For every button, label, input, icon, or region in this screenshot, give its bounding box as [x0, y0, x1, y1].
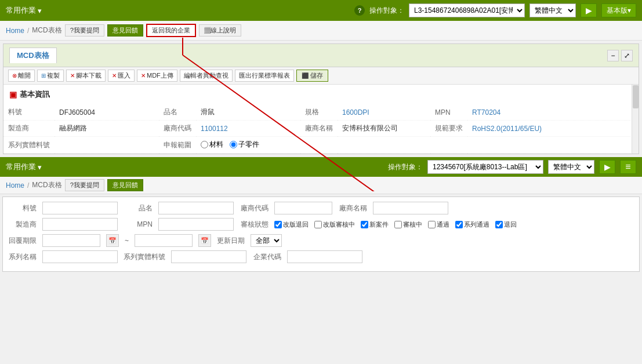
cb-auditing[interactable]: [394, 221, 402, 228]
enterprise-code-input[interactable]: [287, 250, 362, 263]
scrollbar-thumb[interactable]: [633, 85, 639, 108]
search-row-1: 料號 品名 廠商代碼 廠商名稱: [8, 202, 634, 214]
second-home-link[interactable]: Home: [6, 181, 24, 190]
import-icon: ✕: [112, 72, 117, 79]
second-operation-select[interactable]: 12345670[系統廠8013--Lab區]: [427, 160, 543, 174]
save-icon: ⬛: [302, 72, 309, 79]
cb-new-case[interactable]: [361, 221, 368, 228]
second-feedback-button[interactable]: 意見回饋: [107, 179, 143, 191]
cb-auditing-label: 審核中: [394, 220, 422, 229]
search-mpn-input[interactable]: [158, 218, 234, 231]
manufacturer-value: 融易網路: [55, 121, 159, 137]
cb-series-passed-label: 系列通過: [455, 220, 489, 229]
form-table: 料號 DFJ605004 品名 滑鼠 規格 1600DPI MPN RT7020…: [3, 104, 630, 154]
search-part-no-label: 料號: [8, 203, 37, 213]
cb-passed-label: 通過: [428, 220, 449, 229]
search-manufacturer-input[interactable]: [42, 218, 118, 231]
import-button[interactable]: ✕ 匯入: [108, 70, 135, 82]
second-menu-button[interactable]: ≡: [620, 160, 636, 174]
report-range-label: 申報範圍: [159, 137, 196, 154]
second-language-select[interactable]: 繁體中文: [548, 160, 594, 174]
cal-to-button[interactable]: 📅: [198, 234, 211, 247]
series-name-label: 系列名稱: [8, 252, 37, 262]
home-link[interactable]: Home: [6, 27, 24, 35]
search-product-name-label: 品名: [124, 203, 153, 213]
scrollbar-track[interactable]: [632, 85, 639, 154]
panel-toolbar: ⊗ 離開 ⊞ 複製 ✕ 腳本下載 ✕ 匯入 ✕ MDF上傳 編輯者異動查視: [3, 67, 639, 85]
second-nav-right: 操作對象： 12345670[系統廠8013--Lab區] 繁體中文 ▶ ≡: [388, 160, 636, 174]
date-to-input[interactable]: [135, 234, 193, 247]
leave-button[interactable]: ⊗ 離開: [8, 70, 35, 82]
nav-right: ? 操作對象： L3-1548672406898A02A01[安博科技... 繁…: [354, 3, 636, 17]
copy-button[interactable]: ⊞ 複製: [37, 70, 64, 82]
maximize-button[interactable]: ⤢: [621, 50, 633, 61]
script-icon: ✕: [70, 72, 75, 79]
spec-label: 規格: [300, 104, 338, 121]
compliance-value[interactable]: RoHS2.0(2011/65/EU): [467, 121, 630, 137]
cb-revision-return-label: 改版退回: [274, 220, 309, 229]
second-common-tasks-menu[interactable]: 常用作業 ▾: [6, 162, 42, 172]
help-button[interactable]: ▦線上說明: [199, 24, 241, 37]
basic-version-button[interactable]: 基本版▾: [601, 3, 636, 17]
search-part-no-input[interactable]: [42, 202, 118, 214]
search-product-name-input[interactable]: [158, 202, 234, 214]
spec-value: 1600DPI: [338, 104, 430, 121]
cb-revision-audit[interactable]: [314, 221, 322, 228]
export-button[interactable]: 匯出行業標準報表: [235, 70, 294, 82]
script-download-button[interactable]: ✕ 腳本下載: [66, 70, 106, 82]
breadcrumb-top: Home / MCD表格 ?我要提問 意見回饋 返回我的企業 ▦線上說明: [0, 21, 642, 41]
search-vendor-code-input[interactable]: [274, 202, 332, 214]
date-from-input[interactable]: [42, 234, 100, 247]
search-mpn-label: MPN: [124, 220, 153, 228]
section-title: 基本資訊: [20, 89, 50, 100]
menu-arrow-icon: ▾: [38, 6, 42, 15]
operation-select[interactable]: L3-1548672406898A02A01[安博科技...: [409, 3, 525, 17]
second-menu-label: 常用作業: [6, 162, 36, 172]
leave-icon: ⊗: [12, 72, 17, 79]
second-nav-left: 常用作業 ▾: [6, 162, 42, 172]
search-vendor-name-input[interactable]: [373, 202, 448, 214]
nav-left: 常用作業 ▾: [6, 5, 42, 16]
feedback-button[interactable]: 意見回饋: [107, 24, 143, 37]
vendor-code-label: 廠商代碼: [159, 121, 196, 137]
section-header: ▣ 基本資訊: [3, 85, 630, 104]
update-date-select[interactable]: 全部: [251, 234, 282, 247]
cb-passed[interactable]: [428, 221, 436, 228]
cal-from-button[interactable]: 📅: [106, 234, 119, 247]
series-solid-input[interactable]: [171, 250, 246, 263]
cb-series-passed[interactable]: [455, 221, 463, 228]
minimize-button[interactable]: −: [607, 50, 619, 61]
second-question-button[interactable]: ?我要提問: [65, 179, 104, 191]
copy-icon: ⊞: [41, 72, 46, 79]
cb-returned-label: 退回: [495, 220, 517, 229]
question-button[interactable]: ?我要提問: [65, 24, 104, 37]
enterprise-code-label: 企業代碼: [252, 252, 281, 262]
save-button[interactable]: ⬛ 儲存: [296, 70, 328, 82]
tilde-separator: ~: [125, 236, 129, 245]
cb-revision-audit-label: 改版審核中: [314, 220, 355, 229]
report-range-component-radio[interactable]: [230, 141, 237, 148]
return-button[interactable]: 返回我的企業: [146, 24, 196, 37]
search-vendor-code-label: 廠商代碼: [240, 203, 269, 213]
search-panel: 料號 品名 廠商代碼 廠商名稱 製造商 MPN 審核狀態 改版退回 改版審核中: [2, 196, 640, 272]
cb-returned[interactable]: [495, 221, 503, 228]
panel-header: MCD表格 − ⤢: [3, 44, 639, 67]
forward-button[interactable]: ▶: [581, 3, 597, 17]
series-solid-search-label: 系列實體料號: [124, 252, 165, 262]
cb-revision-return[interactable]: [274, 221, 282, 228]
search-row-4: 系列名稱 系列實體料號 企業代碼: [8, 250, 634, 263]
series-name-input[interactable]: [42, 250, 118, 263]
common-tasks-menu[interactable]: 常用作業 ▾: [6, 5, 42, 16]
second-forward-button[interactable]: ▶: [599, 160, 615, 174]
part-no-label: 料號: [3, 104, 55, 121]
editor-audit-button[interactable]: 編輯者異動查視: [180, 70, 233, 82]
vendor-code-value[interactable]: 1100112: [196, 121, 300, 137]
mdf-upload-button[interactable]: ✕ MDF上傳: [137, 70, 177, 82]
second-breadcrumb: Home / MCD表格 ?我要提問 意見回饋: [0, 177, 642, 194]
report-range-material-radio[interactable]: [201, 141, 208, 148]
language-select[interactable]: 繁體中文: [529, 3, 576, 17]
search-manufacturer-label: 製造商: [8, 220, 37, 230]
date-range-label: 回覆期限: [8, 236, 37, 246]
help-circle-icon[interactable]: ?: [354, 5, 365, 16]
mpn-value: RT70204: [467, 104, 630, 121]
